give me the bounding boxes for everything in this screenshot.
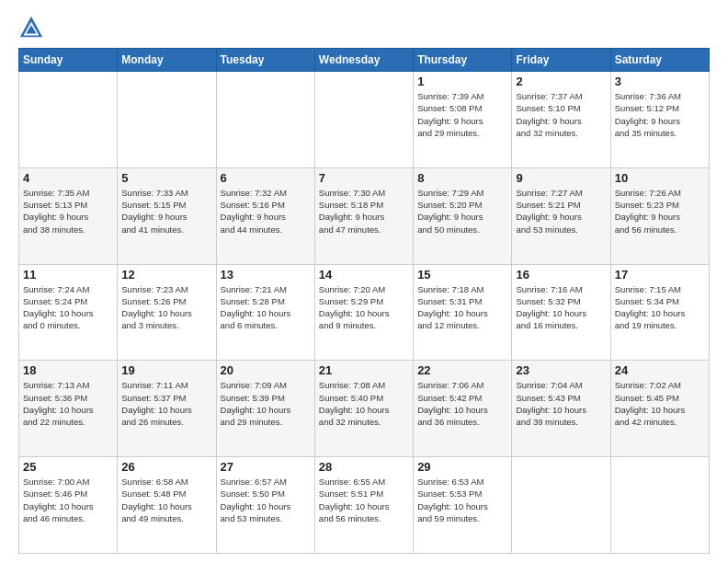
weekday-header-wednesday: Wednesday — [314, 49, 413, 72]
day-number: 15 — [417, 268, 507, 282]
day-info: Sunrise: 7:11 AM Sunset: 5:37 PM Dayligh… — [121, 379, 211, 428]
weekday-header-sunday: Sunday — [19, 49, 118, 72]
calendar-cell — [118, 72, 216, 168]
calendar-cell: 21Sunrise: 7:08 AM Sunset: 5:40 PM Dayli… — [314, 361, 413, 457]
day-number: 28 — [319, 460, 409, 474]
calendar-cell: 6Sunrise: 7:32 AM Sunset: 5:16 PM Daylig… — [216, 167, 314, 264]
calendar-cell: 18Sunrise: 7:13 AM Sunset: 5:36 PM Dayli… — [19, 361, 118, 457]
day-number: 29 — [417, 460, 507, 474]
week-row-5: 25Sunrise: 7:00 AM Sunset: 5:46 PM Dayli… — [19, 457, 710, 554]
day-number: 26 — [121, 460, 211, 474]
calendar-cell: 15Sunrise: 7:18 AM Sunset: 5:31 PM Dayli… — [414, 264, 512, 361]
day-info: Sunrise: 7:24 AM Sunset: 5:24 PM Dayligh… — [23, 283, 113, 332]
day-number: 23 — [516, 363, 606, 377]
day-number: 10 — [615, 171, 705, 185]
day-info: Sunrise: 7:32 AM Sunset: 5:16 PM Dayligh… — [221, 187, 311, 236]
logo-icon — [18, 15, 44, 40]
day-number: 25 — [23, 460, 113, 474]
day-number: 16 — [516, 268, 606, 282]
day-number: 9 — [516, 171, 606, 185]
day-number: 21 — [319, 363, 409, 377]
calendar-cell: 13Sunrise: 7:21 AM Sunset: 5:28 PM Dayli… — [216, 264, 314, 361]
day-number: 22 — [417, 363, 507, 377]
day-info: Sunrise: 7:39 AM Sunset: 5:08 PM Dayligh… — [417, 90, 507, 139]
day-info: Sunrise: 7:00 AM Sunset: 5:46 PM Dayligh… — [23, 476, 113, 524]
calendar-cell — [314, 72, 413, 168]
day-number: 8 — [417, 171, 507, 185]
calendar-cell: 5Sunrise: 7:33 AM Sunset: 5:15 PM Daylig… — [118, 167, 216, 264]
calendar-cell: 4Sunrise: 7:35 AM Sunset: 5:13 PM Daylig… — [19, 167, 118, 264]
day-number: 20 — [221, 363, 311, 377]
week-row-3: 11Sunrise: 7:24 AM Sunset: 5:24 PM Dayli… — [19, 264, 710, 361]
calendar-cell: 9Sunrise: 7:27 AM Sunset: 5:21 PM Daylig… — [512, 167, 610, 264]
calendar-cell: 22Sunrise: 7:06 AM Sunset: 5:42 PM Dayli… — [414, 361, 512, 457]
day-info: Sunrise: 7:16 AM Sunset: 5:32 PM Dayligh… — [516, 283, 606, 332]
day-number: 13 — [221, 268, 311, 282]
calendar-cell — [512, 457, 610, 554]
day-number: 17 — [615, 268, 705, 282]
day-info: Sunrise: 7:02 AM Sunset: 5:45 PM Dayligh… — [615, 379, 705, 428]
day-info: Sunrise: 6:57 AM Sunset: 5:50 PM Dayligh… — [221, 476, 311, 524]
day-number: 12 — [121, 268, 211, 282]
weekday-header-thursday: Thursday — [414, 49, 512, 72]
calendar-cell: 14Sunrise: 7:20 AM Sunset: 5:29 PM Dayli… — [314, 264, 413, 361]
day-info: Sunrise: 7:26 AM Sunset: 5:23 PM Dayligh… — [615, 187, 705, 236]
calendar-cell: 29Sunrise: 6:53 AM Sunset: 5:53 PM Dayli… — [414, 457, 512, 554]
calendar-cell: 20Sunrise: 7:09 AM Sunset: 5:39 PM Dayli… — [216, 361, 314, 457]
weekday-header-tuesday: Tuesday — [216, 49, 314, 72]
day-number: 4 — [23, 171, 113, 185]
calendar-cell: 10Sunrise: 7:26 AM Sunset: 5:23 PM Dayli… — [610, 167, 709, 264]
day-number: 11 — [23, 268, 113, 282]
calendar-cell: 3Sunrise: 7:36 AM Sunset: 5:12 PM Daylig… — [610, 72, 709, 168]
day-number: 2 — [516, 75, 606, 88]
day-info: Sunrise: 7:09 AM Sunset: 5:39 PM Dayligh… — [221, 379, 311, 428]
day-info: Sunrise: 7:29 AM Sunset: 5:20 PM Dayligh… — [417, 187, 507, 236]
calendar-cell: 2Sunrise: 7:37 AM Sunset: 5:10 PM Daylig… — [512, 72, 610, 168]
day-info: Sunrise: 7:33 AM Sunset: 5:15 PM Dayligh… — [121, 187, 211, 236]
calendar-cell: 25Sunrise: 7:00 AM Sunset: 5:46 PM Dayli… — [19, 457, 118, 554]
day-info: Sunrise: 7:15 AM Sunset: 5:34 PM Dayligh… — [615, 283, 705, 332]
calendar-cell: 16Sunrise: 7:16 AM Sunset: 5:32 PM Dayli… — [512, 264, 610, 361]
day-number: 19 — [121, 363, 211, 377]
page: SundayMondayTuesdayWednesdayThursdayFrid… — [0, 0, 728, 563]
day-info: Sunrise: 7:21 AM Sunset: 5:28 PM Dayligh… — [221, 283, 311, 332]
day-number: 1 — [417, 75, 507, 88]
day-info: Sunrise: 7:30 AM Sunset: 5:18 PM Dayligh… — [319, 187, 409, 236]
weekday-header-friday: Friday — [512, 49, 610, 72]
week-row-1: 1Sunrise: 7:39 AM Sunset: 5:08 PM Daylig… — [19, 72, 710, 168]
calendar-cell: 8Sunrise: 7:29 AM Sunset: 5:20 PM Daylig… — [414, 167, 512, 264]
day-info: Sunrise: 7:23 AM Sunset: 5:26 PM Dayligh… — [121, 283, 211, 332]
day-number: 5 — [121, 171, 211, 185]
calendar-cell: 1Sunrise: 7:39 AM Sunset: 5:08 PM Daylig… — [414, 72, 512, 168]
calendar-cell — [610, 457, 709, 554]
day-number: 24 — [615, 363, 705, 377]
calendar-table: SundayMondayTuesdayWednesdayThursdayFrid… — [18, 48, 710, 554]
day-info: Sunrise: 7:35 AM Sunset: 5:13 PM Dayligh… — [23, 187, 113, 236]
header — [18, 15, 710, 40]
calendar-cell: 19Sunrise: 7:11 AM Sunset: 5:37 PM Dayli… — [118, 361, 216, 457]
calendar-cell: 17Sunrise: 7:15 AM Sunset: 5:34 PM Dayli… — [610, 264, 709, 361]
week-row-4: 18Sunrise: 7:13 AM Sunset: 5:36 PM Dayli… — [19, 361, 710, 457]
calendar-cell — [216, 72, 314, 168]
calendar-cell: 26Sunrise: 6:58 AM Sunset: 5:48 PM Dayli… — [118, 457, 216, 554]
day-info: Sunrise: 7:13 AM Sunset: 5:36 PM Dayligh… — [23, 379, 113, 428]
weekday-header-monday: Monday — [118, 49, 216, 72]
day-info: Sunrise: 7:20 AM Sunset: 5:29 PM Dayligh… — [319, 283, 409, 332]
day-info: Sunrise: 7:08 AM Sunset: 5:40 PM Dayligh… — [319, 379, 409, 428]
day-info: Sunrise: 7:04 AM Sunset: 5:43 PM Dayligh… — [516, 379, 606, 428]
day-number: 3 — [615, 75, 705, 88]
calendar-cell: 24Sunrise: 7:02 AM Sunset: 5:45 PM Dayli… — [610, 361, 709, 457]
day-info: Sunrise: 7:18 AM Sunset: 5:31 PM Dayligh… — [417, 283, 507, 332]
day-number: 14 — [319, 268, 409, 282]
calendar-cell — [19, 72, 118, 168]
calendar-cell: 12Sunrise: 7:23 AM Sunset: 5:26 PM Dayli… — [118, 264, 216, 361]
calendar-cell: 28Sunrise: 6:55 AM Sunset: 5:51 PM Dayli… — [314, 457, 413, 554]
calendar-cell: 27Sunrise: 6:57 AM Sunset: 5:50 PM Dayli… — [216, 457, 314, 554]
calendar-cell: 7Sunrise: 7:30 AM Sunset: 5:18 PM Daylig… — [314, 167, 413, 264]
day-info: Sunrise: 7:06 AM Sunset: 5:42 PM Dayligh… — [417, 379, 507, 428]
week-row-2: 4Sunrise: 7:35 AM Sunset: 5:13 PM Daylig… — [19, 167, 710, 264]
weekday-header-saturday: Saturday — [610, 49, 709, 72]
day-info: Sunrise: 7:27 AM Sunset: 5:21 PM Dayligh… — [516, 187, 606, 236]
day-info: Sunrise: 7:36 AM Sunset: 5:12 PM Dayligh… — [615, 90, 705, 139]
calendar-cell: 11Sunrise: 7:24 AM Sunset: 5:24 PM Dayli… — [19, 264, 118, 361]
